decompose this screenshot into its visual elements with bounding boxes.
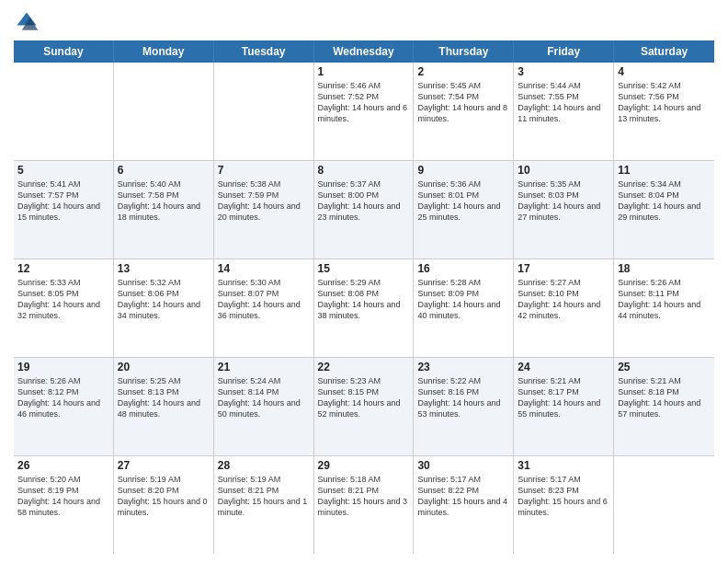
day-number: 12 xyxy=(17,262,109,275)
day-number: 6 xyxy=(118,164,210,177)
cal-cell-empty-0 xyxy=(14,63,114,160)
cal-cell-empty-2 xyxy=(214,63,314,160)
day-detail: Sunrise: 5:28 AM Sunset: 8:09 PM Dayligh… xyxy=(417,277,509,322)
col-header-sunday: Sunday xyxy=(14,40,114,63)
day-detail: Sunrise: 5:33 AM Sunset: 8:05 PM Dayligh… xyxy=(17,277,109,322)
day-number: 20 xyxy=(118,361,210,373)
day-detail: Sunrise: 5:25 AM Sunset: 8:13 PM Dayligh… xyxy=(118,375,210,420)
col-header-saturday: Saturday xyxy=(614,40,714,63)
cal-cell-15: 15Sunrise: 5:29 AM Sunset: 8:08 PM Dayli… xyxy=(314,259,415,357)
day-detail: Sunrise: 5:37 AM Sunset: 8:00 PM Dayligh… xyxy=(318,178,410,224)
logo-icon xyxy=(14,9,40,35)
cal-cell-21: 21Sunrise: 5:24 AM Sunset: 8:14 PM Dayli… xyxy=(214,358,314,455)
cal-cell-31: 31Sunrise: 5:17 AM Sunset: 8:23 PM Dayli… xyxy=(514,456,614,554)
cal-cell-16: 16Sunrise: 5:28 AM Sunset: 8:09 PM Dayli… xyxy=(414,259,514,357)
cal-cell-20: 20Sunrise: 5:25 AM Sunset: 8:13 PM Dayli… xyxy=(114,358,214,455)
day-detail: Sunrise: 5:22 AM Sunset: 8:16 PM Dayligh… xyxy=(417,375,509,420)
cal-cell-3: 3Sunrise: 5:44 AM Sunset: 7:55 PM Daylig… xyxy=(514,63,614,160)
col-header-thursday: Thursday xyxy=(414,40,514,63)
col-header-monday: Monday xyxy=(114,40,214,63)
day-detail: Sunrise: 5:40 AM Sunset: 7:58 PM Dayligh… xyxy=(118,178,210,224)
cal-cell-29: 29Sunrise: 5:18 AM Sunset: 8:21 PM Dayli… xyxy=(314,456,415,554)
day-detail: Sunrise: 5:17 AM Sunset: 8:23 PM Dayligh… xyxy=(518,474,609,519)
cal-cell-14: 14Sunrise: 5:30 AM Sunset: 8:07 PM Dayli… xyxy=(214,259,314,357)
cal-cell-28: 28Sunrise: 5:19 AM Sunset: 8:21 PM Dayli… xyxy=(214,456,314,554)
day-detail: Sunrise: 5:27 AM Sunset: 8:10 PM Dayligh… xyxy=(518,277,609,322)
calendar-body: 1Sunrise: 5:46 AM Sunset: 7:52 PM Daylig… xyxy=(14,63,714,554)
day-detail: Sunrise: 5:42 AM Sunset: 7:56 PM Dayligh… xyxy=(618,80,711,125)
col-header-wednesday: Wednesday xyxy=(314,40,415,63)
day-detail: Sunrise: 5:19 AM Sunset: 8:20 PM Dayligh… xyxy=(118,474,210,519)
cal-cell-12: 12Sunrise: 5:33 AM Sunset: 8:05 PM Dayli… xyxy=(14,259,114,357)
day-number: 14 xyxy=(218,262,310,275)
day-number: 17 xyxy=(518,262,609,275)
cal-cell-10: 10Sunrise: 5:35 AM Sunset: 8:03 PM Dayli… xyxy=(514,161,614,259)
day-number: 13 xyxy=(118,262,210,275)
cal-cell-22: 22Sunrise: 5:23 AM Sunset: 8:15 PM Dayli… xyxy=(314,358,415,455)
day-number: 18 xyxy=(618,262,711,275)
day-detail: Sunrise: 5:24 AM Sunset: 8:14 PM Dayligh… xyxy=(218,375,310,420)
day-number: 10 xyxy=(518,164,609,177)
cal-cell-1: 1Sunrise: 5:46 AM Sunset: 7:52 PM Daylig… xyxy=(314,63,415,160)
day-detail: Sunrise: 5:23 AM Sunset: 8:15 PM Dayligh… xyxy=(318,375,410,420)
day-detail: Sunrise: 5:46 AM Sunset: 7:52 PM Dayligh… xyxy=(318,80,410,125)
day-detail: Sunrise: 5:20 AM Sunset: 8:19 PM Dayligh… xyxy=(17,474,109,519)
day-number: 23 xyxy=(417,361,509,373)
day-detail: Sunrise: 5:19 AM Sunset: 8:21 PM Dayligh… xyxy=(218,474,310,519)
header xyxy=(14,9,714,35)
day-number: 16 xyxy=(417,262,509,275)
day-number: 28 xyxy=(218,459,310,472)
day-detail: Sunrise: 5:45 AM Sunset: 7:54 PM Dayligh… xyxy=(417,80,509,125)
day-detail: Sunrise: 5:32 AM Sunset: 8:06 PM Dayligh… xyxy=(118,277,210,322)
week-row-4: 19Sunrise: 5:26 AM Sunset: 8:12 PM Dayli… xyxy=(14,358,714,456)
day-detail: Sunrise: 5:34 AM Sunset: 8:04 PM Dayligh… xyxy=(618,178,711,224)
week-row-3: 12Sunrise: 5:33 AM Sunset: 8:05 PM Dayli… xyxy=(14,259,714,358)
day-number: 7 xyxy=(218,164,310,177)
day-detail: Sunrise: 5:17 AM Sunset: 8:22 PM Dayligh… xyxy=(417,474,509,519)
cal-cell-7: 7Sunrise: 5:38 AM Sunset: 7:59 PM Daylig… xyxy=(214,161,314,259)
cal-cell-empty-1 xyxy=(114,63,214,160)
day-number: 21 xyxy=(218,361,310,373)
week-row-2: 5Sunrise: 5:41 AM Sunset: 7:57 PM Daylig… xyxy=(14,161,714,259)
cal-cell-5: 5Sunrise: 5:41 AM Sunset: 7:57 PM Daylig… xyxy=(14,161,114,259)
day-detail: Sunrise: 5:21 AM Sunset: 8:17 PM Dayligh… xyxy=(518,375,609,420)
cal-cell-27: 27Sunrise: 5:19 AM Sunset: 8:20 PM Dayli… xyxy=(114,456,214,554)
day-number: 30 xyxy=(417,459,509,472)
day-number: 26 xyxy=(17,459,109,472)
day-number: 22 xyxy=(318,361,410,373)
day-number: 15 xyxy=(318,262,410,275)
day-detail: Sunrise: 5:26 AM Sunset: 8:11 PM Dayligh… xyxy=(618,277,711,322)
day-detail: Sunrise: 5:36 AM Sunset: 8:01 PM Dayligh… xyxy=(417,178,509,224)
day-number: 27 xyxy=(118,459,210,472)
col-header-friday: Friday xyxy=(514,40,614,63)
cal-cell-25: 25Sunrise: 5:21 AM Sunset: 8:18 PM Dayli… xyxy=(614,358,714,455)
day-detail: Sunrise: 5:26 AM Sunset: 8:12 PM Dayligh… xyxy=(17,375,109,420)
day-number: 11 xyxy=(618,164,711,177)
cal-cell-4: 4Sunrise: 5:42 AM Sunset: 7:56 PM Daylig… xyxy=(614,63,714,160)
day-number: 24 xyxy=(518,361,609,373)
calendar: SundayMondayTuesdayWednesdayThursdayFrid… xyxy=(14,40,714,554)
day-number: 29 xyxy=(318,459,410,472)
day-number: 31 xyxy=(518,459,609,472)
day-number: 9 xyxy=(417,164,509,177)
day-detail: Sunrise: 5:38 AM Sunset: 7:59 PM Dayligh… xyxy=(218,178,310,224)
day-detail: Sunrise: 5:35 AM Sunset: 8:03 PM Dayligh… xyxy=(518,178,609,224)
col-header-tuesday: Tuesday xyxy=(214,40,314,63)
week-row-1: 1Sunrise: 5:46 AM Sunset: 7:52 PM Daylig… xyxy=(14,63,714,161)
cal-cell-19: 19Sunrise: 5:26 AM Sunset: 8:12 PM Dayli… xyxy=(14,358,114,455)
day-detail: Sunrise: 5:29 AM Sunset: 8:08 PM Dayligh… xyxy=(318,277,410,322)
cal-cell-23: 23Sunrise: 5:22 AM Sunset: 8:16 PM Dayli… xyxy=(414,358,514,455)
cal-cell-18: 18Sunrise: 5:26 AM Sunset: 8:11 PM Dayli… xyxy=(614,259,714,357)
day-detail: Sunrise: 5:18 AM Sunset: 8:21 PM Dayligh… xyxy=(318,474,410,519)
day-number: 25 xyxy=(618,361,711,373)
page: SundayMondayTuesdayWednesdayThursdayFrid… xyxy=(0,0,728,563)
cal-cell-empty-6 xyxy=(614,456,714,554)
cal-cell-2: 2Sunrise: 5:45 AM Sunset: 7:54 PM Daylig… xyxy=(414,63,514,160)
week-row-5: 26Sunrise: 5:20 AM Sunset: 8:19 PM Dayli… xyxy=(14,456,714,554)
cal-cell-8: 8Sunrise: 5:37 AM Sunset: 8:00 PM Daylig… xyxy=(314,161,415,259)
day-number: 19 xyxy=(17,361,109,373)
day-number: 3 xyxy=(518,65,609,78)
calendar-header: SundayMondayTuesdayWednesdayThursdayFrid… xyxy=(14,40,714,63)
day-detail: Sunrise: 5:30 AM Sunset: 8:07 PM Dayligh… xyxy=(218,277,310,322)
cal-cell-17: 17Sunrise: 5:27 AM Sunset: 8:10 PM Dayli… xyxy=(514,259,614,357)
